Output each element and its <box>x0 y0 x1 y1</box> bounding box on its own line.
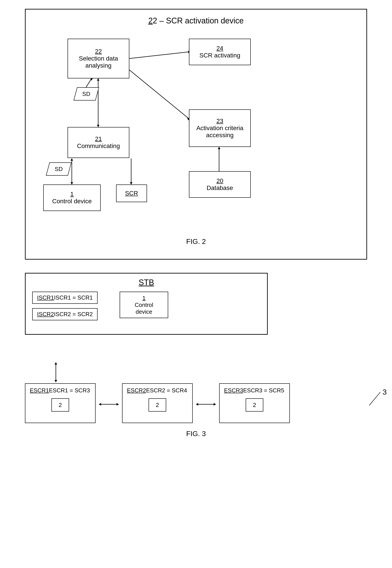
escr1-title: ESCR1ESCR1 = SCR3 <box>30 387 90 394</box>
box-20-database: 20 Database <box>189 171 251 198</box>
escr2-escr3-arrow <box>193 401 219 408</box>
box22-text: Selection data analysing <box>71 55 126 69</box>
box-24: 24 SCR activating <box>189 39 251 65</box>
escr2-inner-label: 2 <box>156 402 159 408</box>
svg-marker-10 <box>70 158 73 160</box>
box24-label: 24 <box>216 45 223 52</box>
fig3-ctrl-text: Control device <box>127 302 161 315</box>
fig2-diagram: 22 Selection data analysing 24 SCR activ… <box>34 34 358 233</box>
fig3-wrapper: STB ISCR1ISCR1 = SCR1 ISCR2ISCR2 = SCR2 … <box>25 273 367 438</box>
box21-text: Communicating <box>77 143 120 150</box>
box22-label: 22 <box>95 48 102 55</box>
box23-label: 23 <box>216 117 223 125</box>
escr1-inner-label: 2 <box>59 402 62 408</box>
scr-label: SCR <box>125 190 138 197</box>
fig3-stb-title: STB <box>32 278 260 287</box>
fig2-title-text: 2 – SCR activation device <box>153 16 244 25</box>
fig3-escr-row: ESCR1ESCR1 = SCR3 2 <box>25 383 367 423</box>
svg-marker-11 <box>70 182 73 185</box>
box-1-control-device: 1 Control device <box>43 185 101 211</box>
iscr2-text: ISCR2 = SCR2 <box>54 311 93 318</box>
escr1-inner-box: 2 <box>51 398 69 412</box>
box-23: 23 Activation criteria accessing <box>189 109 251 147</box>
svg-marker-18 <box>55 380 57 382</box>
escr1-box: ESCR1ESCR1 = SCR3 2 <box>25 383 96 423</box>
vertical-arrow-svg <box>38 361 73 383</box>
escr1-title-text: ESCR1 = SCR3 <box>49 387 90 394</box>
box21-label: 21 <box>95 135 102 143</box>
sd-label-top: SD <box>82 91 90 97</box>
fig3-ctrl-label: 1 <box>142 295 145 302</box>
fig2-title-underline: 2 <box>148 16 153 25</box>
escr3-title-text: ESCR3 = SCR5 <box>243 387 284 394</box>
sd-label-bottom: SD <box>55 166 63 173</box>
escr3-title: ESCR3ESCR3 = SCR5 <box>224 387 284 394</box>
stb-to-escr-arrow <box>25 361 268 383</box>
iscr-column: ISCR1ISCR1 = SCR1 ISCR2ISCR2 = SCR2 <box>32 292 98 320</box>
box23-text: Activation criteria accessing <box>193 125 247 139</box>
svg-marker-17 <box>55 362 57 364</box>
escr2-inner-box: 2 <box>149 398 166 412</box>
escr1-escr2-arrow <box>96 401 122 408</box>
escr2-title: ESCR2ESCR2 = SCR4 <box>127 387 187 394</box>
iscr2-box: ISCR2ISCR2 = SCR2 <box>32 308 98 320</box>
escr3-inner-box: 2 <box>246 398 263 412</box>
iscr1-text: ISCR1 = SCR1 <box>54 294 93 301</box>
box-scr: SCR <box>116 185 147 202</box>
fig3-label-3-area: 3 <box>367 390 392 396</box>
escr2-underline: ESCR2 <box>127 387 146 394</box>
svg-marker-21 <box>116 403 119 406</box>
escr2-title-text: ESCR2 = SCR4 <box>146 387 187 394</box>
box24-text: SCR activating <box>199 52 240 59</box>
box-21: 21 Communicating <box>68 127 129 158</box>
sd-parallelogram-bottom: SD <box>46 162 71 176</box>
escr2-box: ESCR2ESCR2 = SCR4 2 <box>122 383 193 423</box>
box1-text: Control device <box>52 198 92 205</box>
escr1-escr2-arrow-svg <box>98 401 120 408</box>
svg-marker-7 <box>97 78 99 81</box>
svg-marker-23 <box>196 403 198 406</box>
svg-marker-24 <box>214 403 216 406</box>
iscr1-box: ISCR1ISCR1 = SCR1 <box>32 292 98 304</box>
svg-marker-15 <box>218 147 221 149</box>
stb-title-text: STB <box>139 278 154 287</box>
box1-label: 1 <box>70 191 74 198</box>
fig3-stb-border: STB ISCR1ISCR1 = SCR1 ISCR2ISCR2 = SCR2 … <box>25 273 268 335</box>
escr2-escr3-arrow-svg <box>195 401 217 408</box>
svg-marker-13 <box>130 182 132 185</box>
svg-line-4 <box>86 78 92 87</box>
escr3-inner-label: 2 <box>253 402 256 408</box>
sd-parallelogram-top: SD <box>73 87 99 101</box>
svg-line-0 <box>129 52 188 58</box>
box-22: 22 Selection data analysing <box>68 39 129 78</box>
iscr1-label: ISCR1 <box>37 294 54 301</box>
fig2-title: 22 – SCR activation device <box>34 16 358 25</box>
iscr2-label: ISCR2 <box>37 311 54 318</box>
fig3-section: STB ISCR1ISCR1 = SCR1 ISCR2ISCR2 = SCR2 … <box>25 273 367 438</box>
svg-marker-20 <box>99 403 101 406</box>
label3-arrow-svg <box>367 390 392 408</box>
escr3-underline: ESCR3 <box>224 387 243 394</box>
fig3-stb-inner: ISCR1ISCR1 = SCR1 ISCR2ISCR2 = SCR2 1 Co… <box>32 292 260 320</box>
page: { "fig2": { "title": "2 – SCR activation… <box>0 0 392 447</box>
label3-text: 3 <box>382 388 387 396</box>
box20-text: Database <box>207 185 233 191</box>
escr3-box: ESCR3ESCR3 = SCR5 2 <box>219 383 290 423</box>
fig3-control-device-box: 1 Control device <box>120 292 168 318</box>
fig2-label: FIG. 2 <box>34 237 358 246</box>
svg-marker-8 <box>97 125 99 127</box>
fig2-container: 22 – SCR activation device <box>25 9 367 260</box>
fig3-label: FIG. 3 <box>25 430 367 438</box>
svg-line-2 <box>129 70 188 118</box>
box20-label: 20 <box>216 177 223 185</box>
svg-line-25 <box>369 392 380 405</box>
escr1-underline: ESCR1 <box>30 387 49 394</box>
